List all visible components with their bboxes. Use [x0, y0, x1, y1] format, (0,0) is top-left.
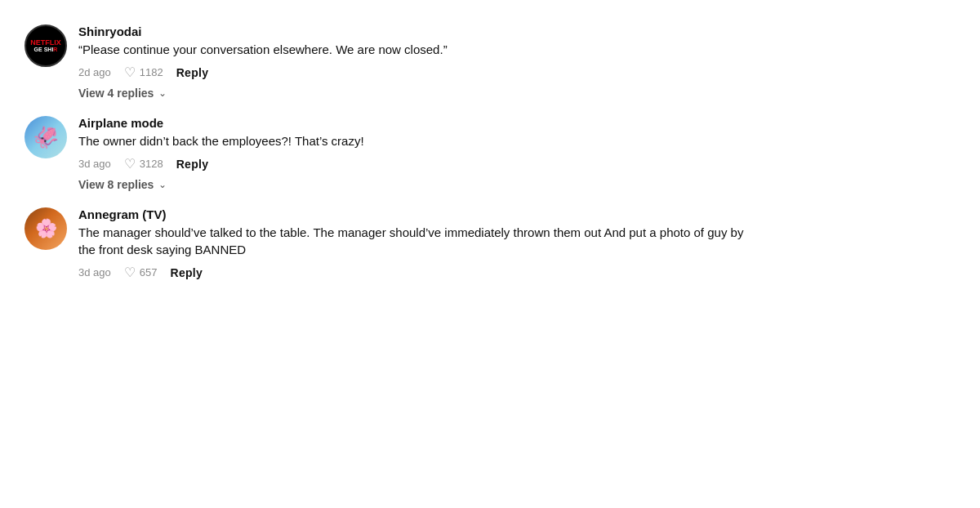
comment-body: Shinryodai “Please continue your convers…	[78, 25, 760, 80]
comment-username: Annegram (TV)	[78, 207, 760, 221]
comment-text: The manager should’ve talked to the tabl…	[78, 224, 748, 258]
view-replies-toggle[interactable]: View 8 replies ⌄	[78, 178, 760, 191]
like-group: ♡ 1182	[124, 65, 163, 80]
comment-text: The owner didn’t back the employees?! Th…	[78, 132, 748, 149]
avatar: 🦑	[24, 116, 67, 158]
comment-item: NETFLIX GE SHIR Shinryodai “Please conti…	[24, 25, 760, 80]
view-replies-toggle[interactable]: View 4 replies ⌄	[78, 87, 760, 100]
reply-button[interactable]: Reply	[176, 66, 209, 79]
like-group: ♡ 3128	[124, 156, 163, 172]
comment-body: Annegram (TV) The manager should’ve talk…	[78, 207, 760, 280]
like-count: 657	[140, 266, 158, 279]
comment-text: “Please continue your conversation elsew…	[78, 41, 748, 58]
avatar: NETFLIX GE SHIR	[24, 25, 67, 67]
comment-username: Airplane mode	[78, 116, 760, 130]
avatar: 🌸	[24, 207, 67, 250]
like-count: 3128	[140, 158, 163, 170]
comment-username: Shinryodai	[78, 25, 760, 38]
comment-timestamp: 2d ago	[78, 66, 111, 78]
heart-icon[interactable]: ♡	[124, 265, 136, 280]
chevron-down-icon: ⌄	[158, 87, 167, 99]
comment-item: 🌸 Annegram (TV) The manager should’ve ta…	[24, 207, 760, 280]
heart-icon[interactable]: ♡	[124, 156, 136, 172]
avatar-emoji: 🦑	[33, 125, 59, 150]
chevron-down-icon: ⌄	[158, 179, 167, 190]
avatar-logo: NETFLIX	[30, 39, 61, 47]
reply-button[interactable]: Reply	[170, 266, 203, 279]
comment-meta: 2d ago ♡ 1182 Reply	[78, 65, 760, 80]
comment-item: 🦑 Airplane mode The owner didn’t back th…	[24, 116, 760, 172]
comment-meta: 3d ago ♡ 657 Reply	[78, 265, 760, 280]
comment-body: Airplane mode The owner didn’t back the …	[78, 116, 760, 172]
avatar-text: GE SHIR	[34, 47, 58, 52]
reply-button[interactable]: Reply	[176, 158, 209, 171]
comment-timestamp: 3d ago	[78, 266, 111, 279]
comment-timestamp: 3d ago	[78, 158, 111, 170]
avatar-emoji: 🌸	[35, 218, 57, 239]
comment-section: NETFLIX GE SHIR Shinryodai “Please conti…	[24, 16, 760, 295]
view-replies-label: View 4 replies	[78, 87, 154, 100]
comment-meta: 3d ago ♡ 3128 Reply	[78, 156, 760, 172]
heart-icon[interactable]: ♡	[124, 65, 136, 80]
view-replies-label: View 8 replies	[78, 178, 154, 191]
like-group: ♡ 657	[124, 265, 158, 280]
like-count: 1182	[140, 66, 163, 78]
